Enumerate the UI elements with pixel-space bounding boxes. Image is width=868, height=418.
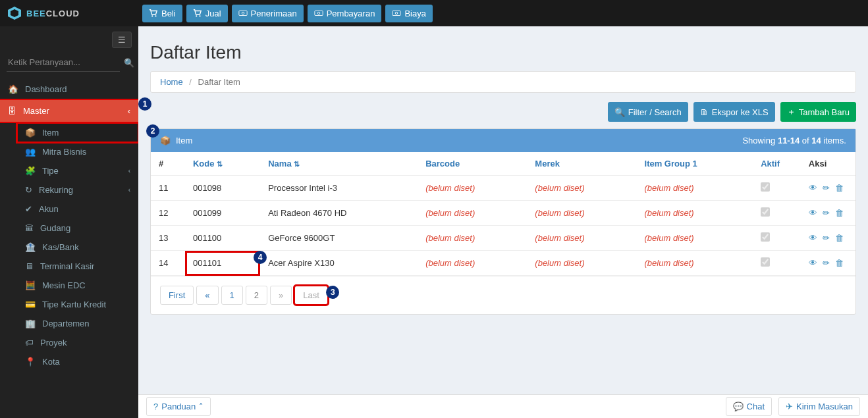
breadcrumb-separator: / xyxy=(189,77,192,87)
col-kode[interactable]: Kode ⇅ xyxy=(185,152,260,176)
sort-icon: ⇅ xyxy=(217,160,223,168)
sidebar-label: Item xyxy=(42,128,59,138)
aktif-checkbox xyxy=(761,182,770,192)
page-title: Daftar Item xyxy=(150,42,856,63)
money-icon xyxy=(392,9,401,18)
edit-icon[interactable]: ✏ xyxy=(823,183,830,193)
cell-group: (belum diset) xyxy=(637,201,753,226)
cell-nama: Acer Aspire X130 xyxy=(260,251,418,276)
sidebar-item-item[interactable]: 📦Item xyxy=(17,123,138,142)
edit-icon[interactable]: ✏ xyxy=(823,258,830,268)
svg-point-5 xyxy=(199,15,200,16)
money-icon xyxy=(238,9,248,18)
building-icon: 🏢 xyxy=(25,319,36,328)
home-icon: 🏛 xyxy=(25,223,34,233)
pager-prev[interactable]: « xyxy=(196,286,218,305)
database-icon: 🗄 xyxy=(8,106,16,116)
delete-icon[interactable]: 🗑 xyxy=(835,208,844,218)
pager-1[interactable]: 1 xyxy=(221,286,243,305)
pager-2[interactable]: 2 xyxy=(246,286,267,305)
panduan-button[interactable]: ? Panduan ˄ xyxy=(146,397,211,416)
cart-icon xyxy=(149,9,158,18)
jual-button[interactable]: Jual xyxy=(186,5,228,22)
pager-last: Last xyxy=(294,286,328,305)
chevron-left-icon: ‹ xyxy=(128,106,130,116)
delete-icon[interactable]: 🗑 xyxy=(835,183,844,193)
pagination: First « 1 2 » Last xyxy=(151,276,855,314)
svg-point-2 xyxy=(151,15,153,16)
sitemap-icon: 🧩 xyxy=(25,166,36,176)
col-barcode[interactable]: Barcode xyxy=(418,152,527,176)
col-aktif[interactable]: Aktif xyxy=(753,152,801,176)
sidebar-label: Tipe xyxy=(42,166,59,176)
sidebar-item-tipekartu[interactable]: 💳Tipe Kartu Kredit xyxy=(17,295,138,314)
panel-header: 📦 Item Showing 11-14 of 14 items. xyxy=(151,129,855,152)
delete-icon[interactable]: 🗑 xyxy=(835,233,844,243)
kirim-masukan-button[interactable]: ✈ Kirim Masukan xyxy=(778,397,860,416)
chevron-left-icon: ‹ xyxy=(128,186,130,194)
sidebar-item-departemen[interactable]: 🏢Departemen xyxy=(17,314,138,333)
send-icon: ✈ xyxy=(786,402,793,411)
sidebar-item-rekuring[interactable]: ↻Rekuring‹ xyxy=(17,180,138,199)
cell-aksi: 👁✏🗑 xyxy=(801,226,855,251)
sidebar-label: Mesin EDC xyxy=(42,280,86,290)
sidebar-item-dashboard[interactable]: 🏠 Dashboard xyxy=(0,78,138,100)
svg-point-3 xyxy=(155,15,156,16)
ekspor-xls-button[interactable]: 🗎Ekspor ke XLS xyxy=(693,102,775,122)
beli-button[interactable]: Beli xyxy=(142,5,182,22)
sidebar-collapse-button[interactable]: ☰ xyxy=(112,32,132,48)
view-icon[interactable]: 👁 xyxy=(809,258,817,268)
view-icon[interactable]: 👁 xyxy=(809,233,817,243)
view-icon[interactable]: 👁 xyxy=(809,208,817,218)
sidebar-item-gudang[interactable]: 🏛Gudang xyxy=(17,219,138,238)
sidebar-label: Akun xyxy=(39,204,59,214)
breadcrumb-home[interactable]: Home xyxy=(160,77,183,87)
search-icon[interactable]: 🔍 xyxy=(124,58,134,68)
col-nama[interactable]: Nama ⇅ xyxy=(260,152,418,176)
sidebar-item-kasbank[interactable]: 🏦Kas/Bank xyxy=(17,238,138,257)
sidebar-item-proyek[interactable]: 🏷Proyek xyxy=(17,333,138,352)
sidebar-search-input[interactable] xyxy=(7,53,120,72)
table-row: 11001098Processor Intel i-3(belum diset)… xyxy=(151,176,855,201)
delete-icon[interactable]: 🗑 xyxy=(835,258,844,268)
topbar: BEECLOUD Beli Jual Penerimaan Pembayaran… xyxy=(0,0,868,26)
cell-barcode: (belum diset) xyxy=(418,226,527,251)
pager-first[interactable]: First xyxy=(160,286,194,305)
search-icon: 🔍 xyxy=(614,107,625,117)
sidebar-label: Kota xyxy=(42,357,60,367)
sidebar-item-terminal[interactable]: 🖥Terminal Kasir xyxy=(17,257,138,276)
money-icon xyxy=(314,9,323,18)
cell-barcode: (belum diset) xyxy=(418,201,527,226)
cell-kode: 001098 xyxy=(185,176,260,201)
chat-button[interactable]: 💬 Chat xyxy=(726,397,772,416)
question-icon: ? xyxy=(153,402,158,411)
sidebar-item-mesinedc[interactable]: 🧮Mesin EDC xyxy=(17,276,138,295)
edit-icon[interactable]: ✏ xyxy=(823,233,830,243)
edit-icon[interactable]: ✏ xyxy=(823,208,830,218)
sidebar-label: Gudang xyxy=(40,223,70,233)
cell-aksi: 👁✏🗑 xyxy=(801,201,855,226)
sidebar-item-kota[interactable]: 📍Kota xyxy=(17,352,138,371)
cell-num: 13 xyxy=(151,226,185,251)
view-icon[interactable]: 👁 xyxy=(809,183,817,193)
plus-icon: ＋ xyxy=(787,106,796,118)
sidebar-label: Dashboard xyxy=(25,84,67,94)
sidebar-item-akun[interactable]: ✔Akun xyxy=(17,199,138,219)
sidebar-item-master[interactable]: 🗄 Master ‹ xyxy=(0,100,138,122)
sidebar-item-tipe[interactable]: 🧩Tipe‹ xyxy=(17,161,138,180)
cell-merek: (belum diset) xyxy=(527,176,636,201)
cell-merek: (belum diset) xyxy=(527,226,636,251)
col-merek[interactable]: Merek xyxy=(527,152,636,176)
calculator-icon: 🧮 xyxy=(25,280,36,290)
filter-search-button[interactable]: 🔍Filter / Search xyxy=(608,102,688,122)
sidebar-item-mitra[interactable]: 👥Mitra Bisnis xyxy=(17,142,138,161)
tambah-baru-button[interactable]: ＋Tambah Baru xyxy=(780,102,856,122)
cell-merek: (belum diset) xyxy=(527,251,636,276)
brand-logo[interactable]: BEECLOUD xyxy=(7,5,138,21)
pembayaran-button[interactable]: Pembayaran xyxy=(308,5,382,22)
biaya-button[interactable]: Biaya xyxy=(385,5,433,22)
penerimaan-button[interactable]: Penerimaan xyxy=(232,5,304,22)
sidebar-label: Master xyxy=(23,106,49,116)
col-group[interactable]: Item Group 1 xyxy=(637,152,753,176)
sidebar-label: Kas/Bank xyxy=(42,242,79,252)
